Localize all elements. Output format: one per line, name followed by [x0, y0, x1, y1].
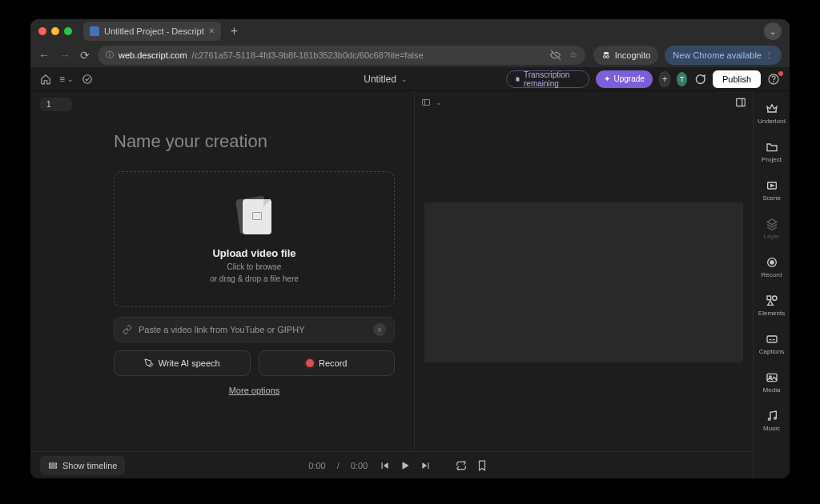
speaker-chip[interactable]: 1: [40, 98, 72, 111]
scene-icon: [766, 179, 778, 192]
skip-forward-button[interactable]: [420, 460, 432, 471]
menu-icon[interactable]: ≡ ⌄: [59, 74, 74, 85]
project-title[interactable]: Untitled: [364, 74, 396, 85]
script-pane: 1 Name your creation Upload video file C…: [30, 91, 415, 451]
script-icon: [515, 75, 521, 83]
upgrade-label: Upgrade: [613, 74, 644, 83]
pen-icon: [144, 358, 154, 368]
sidebar-item-layer[interactable]: Layer: [754, 210, 790, 248]
record-button[interactable]: Record: [259, 350, 396, 376]
paste-link-placeholder: Paste a video link from YouTube or GIPHY: [139, 325, 304, 334]
sparkle-icon: ✦: [604, 74, 610, 83]
browser-toolbar: ← → ⟳ ⓘ web.descript.com/c2761a57-5118-4…: [30, 43, 790, 67]
svg-point-0: [603, 56, 605, 58]
chevron-down-icon[interactable]: ⌄: [436, 98, 442, 106]
svg-point-1: [606, 56, 609, 58]
svg-rect-5: [423, 100, 430, 106]
upgrade-button[interactable]: ✦ Upgrade: [596, 70, 652, 88]
skip-back-button[interactable]: [379, 460, 390, 471]
checkmark-circle-icon[interactable]: [82, 74, 93, 85]
avatar[interactable]: T: [677, 72, 687, 86]
loop-button[interactable]: [456, 460, 467, 471]
play-button[interactable]: [400, 460, 411, 471]
show-timeline-button[interactable]: Show timeline: [40, 456, 125, 475]
window-minimize-icon[interactable]: [51, 27, 59, 35]
chrome-update-button[interactable]: New Chrome available ⋮: [665, 46, 782, 65]
sidebar-item-record[interactable]: Record: [754, 248, 790, 286]
browser-tab[interactable]: Untitled Project - Descript ×: [83, 22, 221, 41]
current-time: 0:00: [308, 461, 325, 470]
svg-point-11: [770, 260, 774, 264]
sidebar-item-media[interactable]: Media: [754, 363, 790, 402]
record-circle-icon: [766, 256, 778, 269]
sidebar-item-scene[interactable]: Scene: [754, 171, 790, 210]
new-tab-button[interactable]: +: [227, 25, 241, 38]
dropzone-title: Upload video file: [212, 247, 295, 259]
bookmark-star-icon[interactable]: ☆: [569, 50, 577, 61]
svg-rect-8: [50, 466, 57, 468]
reload-button[interactable]: ⟳: [80, 49, 90, 62]
write-ai-speech-button[interactable]: Write AI speech: [114, 350, 251, 376]
clear-input-button[interactable]: ×: [373, 323, 386, 336]
tab-title: Untitled Project - Descript: [104, 26, 204, 36]
sidebar-item-underlord[interactable]: Underlord: [754, 94, 790, 133]
publish-button[interactable]: Publish: [713, 70, 761, 88]
crown-icon: [766, 102, 778, 115]
invite-button[interactable]: +: [659, 71, 671, 87]
app-header: ≡ ⌄ Untitled ⌄ Transcription remaining ✦…: [30, 67, 790, 91]
svg-rect-14: [767, 336, 777, 342]
incognito-icon: [601, 50, 611, 60]
chevron-down-icon[interactable]: ⌄: [401, 75, 408, 83]
notification-badge: [778, 71, 783, 76]
site-info-icon[interactable]: ⓘ: [106, 50, 114, 61]
elements-icon: [766, 294, 778, 307]
browser-overflow-button[interactable]: ⌄: [764, 22, 782, 40]
svg-point-13: [772, 296, 776, 300]
help-button[interactable]: [767, 73, 780, 86]
marker-button[interactable]: [476, 460, 488, 471]
url-path: /c2761a57-5118-4fd3-9b8f-181b3523b0dc/60…: [192, 50, 424, 60]
forward-button[interactable]: →: [59, 49, 70, 62]
composition-name-input[interactable]: Name your creation: [114, 131, 395, 152]
layout-toggle-icon[interactable]: [421, 98, 431, 107]
plus-icon: +: [662, 74, 668, 85]
music-icon: [766, 410, 778, 422]
file-stack-icon: [235, 196, 275, 236]
properties-toggle-icon[interactable]: [735, 97, 746, 108]
upload-dropzone[interactable]: Upload video file Click to browse or dra…: [114, 171, 395, 307]
paste-link-input[interactable]: Paste a video link from YouTube or GIPHY…: [114, 317, 395, 342]
incognito-indicator[interactable]: Incognito: [593, 46, 659, 65]
browser-tab-bar: Untitled Project - Descript × + ⌄: [30, 19, 790, 43]
svg-point-2: [83, 74, 92, 83]
eye-off-icon[interactable]: [550, 50, 561, 61]
captions-icon: [766, 333, 778, 346]
tab-close-icon[interactable]: ×: [209, 26, 215, 37]
chat-icon[interactable]: [693, 73, 706, 86]
back-button[interactable]: ←: [38, 49, 50, 62]
right-sidebar-rail: Underlord Project Scene Layer Record Ele…: [753, 91, 790, 478]
url-domain: web.descript.com: [119, 50, 187, 60]
layers-icon: [766, 218, 778, 230]
video-canvas[interactable]: [424, 202, 743, 362]
home-icon[interactable]: [40, 74, 51, 85]
preview-pane: ⌄: [415, 91, 753, 451]
window-zoom-icon[interactable]: [64, 27, 72, 35]
chrome-update-label: New Chrome available: [673, 50, 762, 60]
record-dot-icon: [306, 359, 314, 367]
svg-rect-12: [767, 296, 771, 300]
svg-point-4: [774, 82, 774, 82]
sidebar-item-music[interactable]: Music: [754, 402, 790, 440]
sidebar-item-captions[interactable]: Captions: [754, 325, 790, 363]
transcription-label: Transcription remaining: [524, 70, 581, 88]
sidebar-item-project[interactable]: Project: [754, 133, 790, 171]
sidebar-item-elements[interactable]: Elements: [754, 286, 790, 325]
svg-rect-6: [737, 98, 746, 106]
total-time: 0:00: [351, 461, 368, 470]
window-close-icon[interactable]: [38, 27, 46, 35]
address-bar[interactable]: ⓘ web.descript.com/c2761a57-5118-4fd3-9b…: [98, 46, 585, 65]
timeline-icon: [48, 461, 58, 470]
media-icon: [766, 371, 778, 384]
svg-point-18: [774, 417, 776, 419]
transcription-pill[interactable]: Transcription remaining: [506, 70, 589, 88]
more-options-link[interactable]: More options: [114, 386, 395, 395]
